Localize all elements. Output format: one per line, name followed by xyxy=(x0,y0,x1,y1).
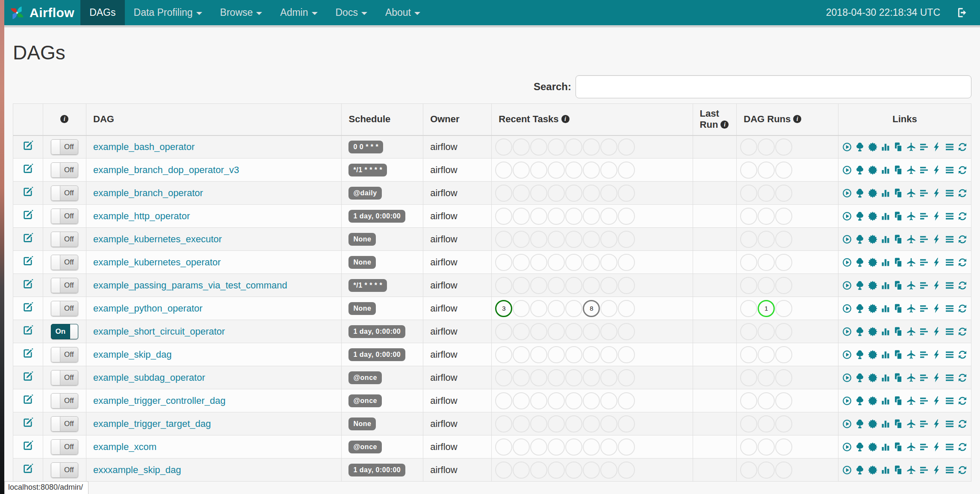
task-instances-icon[interactable] xyxy=(945,280,955,291)
task-state-circle[interactable] xyxy=(495,254,512,271)
trigger-dag-icon[interactable] xyxy=(842,419,852,429)
task-state-circle[interactable] xyxy=(740,208,757,225)
task-state-circle[interactable] xyxy=(548,231,565,248)
dag-pause-toggle[interactable]: Off xyxy=(51,139,78,155)
task-state-circle[interactable] xyxy=(740,462,757,479)
landing-times-icon[interactable] xyxy=(906,442,916,452)
task-state-circle[interactable] xyxy=(740,185,757,202)
task-tries-icon[interactable] xyxy=(893,234,903,244)
task-instances-icon[interactable] xyxy=(945,303,955,314)
task-state-circle[interactable] xyxy=(600,231,617,248)
task-duration-icon[interactable] xyxy=(880,350,891,360)
task-tries-icon[interactable] xyxy=(893,373,903,383)
trigger-dag-icon[interactable] xyxy=(842,303,852,314)
task-tries-icon[interactable] xyxy=(893,419,903,429)
gantt-icon[interactable] xyxy=(919,303,929,314)
tree-view-icon[interactable] xyxy=(855,396,865,406)
task-state-circle[interactable] xyxy=(618,392,635,409)
task-state-circle[interactable] xyxy=(600,323,617,340)
task-state-circle[interactable] xyxy=(740,415,757,432)
task-state-circle[interactable] xyxy=(618,462,635,479)
tree-view-icon[interactable] xyxy=(855,234,865,244)
task-state-circle[interactable] xyxy=(618,208,635,225)
schedule-badge[interactable]: 1 day, 0:00:00 xyxy=(348,464,405,476)
tree-view-icon[interactable] xyxy=(855,188,865,198)
tree-view-icon[interactable] xyxy=(855,142,865,152)
dag-pause-toggle[interactable]: On xyxy=(51,324,78,339)
task-state-circle[interactable] xyxy=(618,162,635,179)
refresh-icon[interactable] xyxy=(957,188,968,198)
edit-dag-icon[interactable] xyxy=(22,347,34,359)
task-state-circle[interactable] xyxy=(740,231,757,248)
landing-times-icon[interactable] xyxy=(906,211,916,221)
dag-link[interactable]: example_xcom xyxy=(93,441,156,452)
schedule-badge[interactable]: @once xyxy=(348,371,381,384)
task-state-circle[interactable] xyxy=(740,277,757,294)
graph-view-icon[interactable] xyxy=(868,303,878,314)
info-icon[interactable]: i xyxy=(720,121,729,129)
task-state-circle[interactable] xyxy=(618,300,635,317)
task-state-circle[interactable] xyxy=(600,438,617,456)
task-tries-icon[interactable] xyxy=(893,326,903,337)
task-state-circle[interactable] xyxy=(565,231,582,248)
task-state-circle[interactable] xyxy=(495,438,512,456)
task-state-circle[interactable] xyxy=(600,162,617,179)
gantt-icon[interactable] xyxy=(919,350,929,360)
code-icon[interactable] xyxy=(932,257,942,268)
task-state-circle[interactable] xyxy=(565,185,582,202)
nav-item-dags[interactable]: DAGs xyxy=(80,0,124,25)
tree-view-icon[interactable] xyxy=(855,350,865,360)
landing-times-icon[interactable] xyxy=(906,419,916,429)
task-state-circle[interactable] xyxy=(513,369,530,386)
dag-link[interactable]: example_kubernetes_executor xyxy=(93,234,222,244)
trigger-dag-icon[interactable] xyxy=(842,465,852,475)
task-tries-icon[interactable] xyxy=(893,350,903,360)
trigger-dag-icon[interactable] xyxy=(842,257,852,268)
task-tries-icon[interactable] xyxy=(893,142,903,152)
task-state-circle[interactable] xyxy=(513,254,530,271)
landing-times-icon[interactable] xyxy=(906,373,916,383)
code-icon[interactable] xyxy=(932,142,942,152)
task-state-circle[interactable] xyxy=(495,462,512,479)
task-state-circle[interactable] xyxy=(548,208,565,225)
task-state-circle[interactable] xyxy=(583,369,600,386)
schedule-badge[interactable]: None xyxy=(348,233,376,246)
task-state-circle[interactable] xyxy=(565,415,582,432)
refresh-icon[interactable] xyxy=(957,373,968,383)
dag-link[interactable]: example_subdag_operator xyxy=(93,372,205,383)
task-state-circle[interactable] xyxy=(618,369,635,386)
nav-item-about[interactable]: About xyxy=(376,0,429,25)
task-state-circle[interactable] xyxy=(583,185,600,202)
task-state-circle[interactable] xyxy=(775,231,792,248)
edit-dag-icon[interactable] xyxy=(22,301,34,313)
edit-dag-icon[interactable] xyxy=(22,394,34,405)
task-state-circle[interactable] xyxy=(758,185,775,202)
task-state-circle[interactable] xyxy=(530,138,547,156)
task-tries-icon[interactable] xyxy=(893,211,903,221)
task-state-circle[interactable] xyxy=(565,162,582,179)
task-state-circle[interactable] xyxy=(530,254,547,271)
dag-link[interactable]: example_python_operator xyxy=(93,303,203,314)
refresh-icon[interactable] xyxy=(957,442,968,452)
task-state-circle[interactable] xyxy=(513,438,530,456)
gantt-icon[interactable] xyxy=(919,257,929,268)
task-instances-icon[interactable] xyxy=(945,350,955,360)
task-state-circle[interactable] xyxy=(775,277,792,294)
task-state-circle[interactable] xyxy=(758,392,775,409)
task-instances-icon[interactable] xyxy=(945,188,955,198)
task-state-circle[interactable] xyxy=(775,185,792,202)
refresh-icon[interactable] xyxy=(957,211,968,221)
nav-item-admin[interactable]: Admin xyxy=(271,0,326,25)
task-instances-icon[interactable] xyxy=(945,465,955,475)
refresh-icon[interactable] xyxy=(957,142,968,152)
task-state-circle[interactable] xyxy=(548,138,565,156)
nav-item-browse[interactable]: Browse xyxy=(211,0,272,25)
info-icon[interactable]: i xyxy=(793,115,801,123)
search-input[interactable] xyxy=(576,75,971,98)
task-instances-icon[interactable] xyxy=(945,373,955,383)
schedule-badge[interactable]: 1 day, 0:00:00 xyxy=(348,210,405,223)
gantt-icon[interactable] xyxy=(919,188,929,198)
task-state-circle[interactable] xyxy=(548,162,565,179)
dag-pause-toggle[interactable]: Off xyxy=(51,278,78,293)
task-duration-icon[interactable] xyxy=(880,188,891,198)
